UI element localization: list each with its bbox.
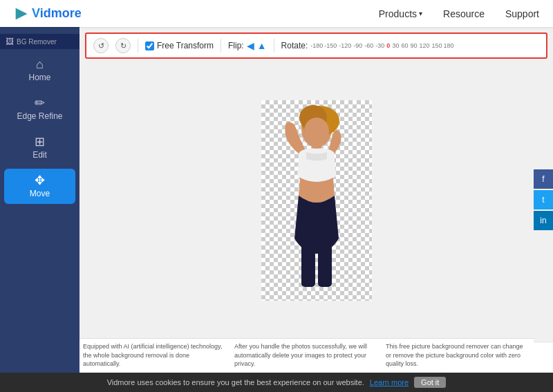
sidebar-app-label: 🖼 BG Remover [0,34,79,49]
sidebar-item-edge-refine[interactable]: ✏ Edge Refine [4,91,76,127]
svg-rect-8 [318,239,332,287]
flip-vertical-button[interactable]: ▲ [257,40,267,51]
flip-horizontal-button[interactable]: ◀ [247,40,254,51]
separator-3 [274,39,274,53]
logo-text: Vidmore [32,6,82,21]
bottom-text-col-3: This free picture background remover can… [386,342,530,368]
flip-area: Flip: ◀ ▲ [228,40,267,51]
main-area: 🖼 BG Remover ⌂ Home ✏ Edge Refine ⊞ Edit… [0,27,553,373]
linkedin-button[interactable]: in [534,211,553,230]
image-canvas [261,100,372,301]
nav-links: Products ▾ Resource Support [379,8,539,19]
cookie-bar: Vidmore uses cookies to ensure you get t… [0,373,553,392]
social-bar: f t in [534,169,553,230]
nav-products[interactable]: Products ▾ [379,8,422,19]
bottom-text-col-1: Equipped with AI (artificial intelligenc… [83,342,227,368]
toolbar: ↺ ↻ Free Transform Flip: ◀ ▲ Rotate: -18… [85,32,547,59]
editor-panel: ↺ ↻ Free Transform Flip: ◀ ▲ Rotate: -18… [79,27,553,373]
cookie-learn-more-link[interactable]: Learn more [370,378,409,386]
edge-refine-icon: ✏ [35,97,45,109]
nav-resource[interactable]: Resource [443,8,485,19]
top-navigation: Vidmore Products ▾ Resource Support [0,0,553,27]
nav-support[interactable]: Support [505,8,539,19]
vidmore-logo-icon [14,6,29,21]
move-icon: ✥ [35,174,45,187]
logo-v: V [32,6,40,20]
rotate-area: Rotate: -180 -150 -120 -90 -60 -30 0 30 … [281,41,539,50]
svg-rect-7 [301,239,315,287]
twitter-button[interactable]: t [534,190,553,209]
chevron-down-icon: ▾ [419,10,422,17]
home-icon: ⌂ [36,58,44,71]
undo-button[interactable]: ↺ [93,38,109,53]
logo: Vidmore [14,6,379,21]
bottom-text-bar: Equipped with AI (artificial intelligenc… [79,338,534,373]
separator-2 [221,39,221,53]
rotate-scale: -180 -150 -120 -90 -60 -30 0 30 60 90 12… [310,42,453,49]
woman-figure [261,100,372,301]
facebook-button[interactable]: f [534,169,553,189]
free-transform-checkbox[interactable] [145,41,154,50]
edit-icon: ⊞ [35,136,45,148]
free-transform-area: Free Transform [145,41,214,50]
redo-button[interactable]: ↻ [115,38,131,53]
cookie-got-it-button[interactable]: Got it [414,377,446,388]
canvas-area [79,59,553,342]
sidebar-item-home[interactable]: ⌂ Home [4,53,76,88]
sidebar-item-edit[interactable]: ⊞ Edit [4,130,76,165]
svg-point-5 [304,118,329,145]
sidebar-item-move[interactable]: ✥ Move [4,169,76,204]
sidebar: 🖼 BG Remover ⌂ Home ✏ Edge Refine ⊞ Edit… [0,27,79,373]
bottom-text-col-2: After you handle the photos successfully… [234,342,379,368]
svg-marker-1 [16,8,28,19]
separator-1 [138,39,138,53]
